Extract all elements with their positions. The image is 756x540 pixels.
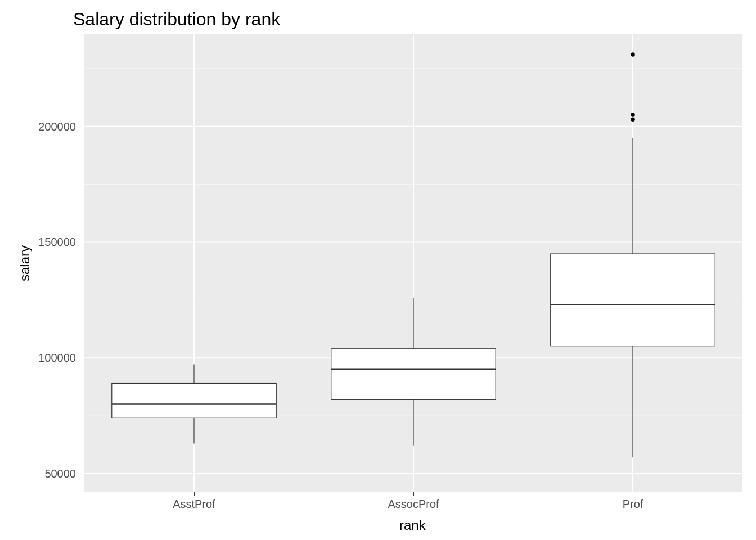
svg-point-25 — [631, 52, 635, 57]
svg-point-24 — [631, 112, 635, 117]
svg-rect-17 — [331, 349, 496, 400]
y-tick-mark — [81, 242, 84, 242]
x-tick-mark — [413, 492, 414, 496]
svg-rect-13 — [112, 384, 277, 418]
plot-panel — [84, 34, 742, 492]
x-axis-label: rank — [399, 518, 426, 533]
y-tick-label: 200000 — [34, 120, 76, 133]
y-axis-label: salary — [17, 245, 33, 281]
chart-title: Salary distribution by rank — [73, 9, 280, 30]
chart-container: Salary distribution by rank 500001000001… — [0, 0, 756, 540]
svg-rect-21 — [551, 254, 716, 346]
y-tick-mark — [81, 127, 84, 127]
y-tick-label: 50000 — [34, 467, 76, 480]
x-tick-label: AssocProf — [388, 498, 439, 511]
y-tick-label: 150000 — [34, 236, 76, 249]
y-tick-label: 100000 — [34, 352, 76, 364]
x-tick-mark — [194, 492, 195, 496]
x-tick-mark — [633, 492, 633, 496]
svg-point-23 — [631, 117, 635, 122]
x-tick-label: Prof — [623, 498, 644, 511]
y-tick-mark — [81, 358, 84, 358]
y-tick-mark — [81, 474, 84, 474]
plot-svg — [84, 34, 742, 492]
x-tick-label: AsstProf — [173, 498, 215, 511]
